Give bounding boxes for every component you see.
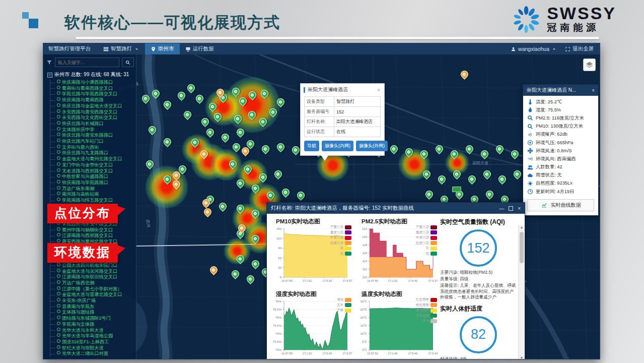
cloud-icon: [527, 172, 533, 178]
tree-item[interactable]: 崇庆北路与金盆地大道交叉口: [50, 103, 134, 109]
tree-item[interactable]: 学苑北路与学苑西路交叉口: [50, 91, 134, 97]
tree-item[interactable]: 晋康南与学苑东: [50, 304, 134, 310]
popup-close-icon[interactable]: ×: [376, 87, 381, 93]
user-menu[interactable]: wangxiaohua: [511, 46, 557, 52]
env-rows: 温度: 25.2℃湿度: 75.5%PM2.5: 116微克/立方米PM10: …: [523, 96, 598, 197]
tree-item[interactable]: 金盆地大道与蜀州北路交叉口: [50, 156, 134, 162]
tree-item[interactable]: 光华大道与羊马湿地公园: [50, 333, 134, 339]
sidebar-search-row: [46, 57, 134, 67]
tree-item[interactable]: 光华大道与永和大道: [50, 328, 134, 334]
search-button[interactable]: [122, 57, 134, 67]
tree-item[interactable]: 蜀州中路与杨柳街交叉口: [50, 227, 134, 233]
realtime-curve-button[interactable]: 实时曲线数据: [527, 199, 594, 211]
person-icon: [511, 46, 516, 52]
tree-item[interactable]: 蜀南街与蜀南西路交叉口: [50, 86, 134, 92]
app-brand: 智慧路灯管理平台: [43, 45, 98, 52]
tree-item[interactable]: 南河路与高铁站南: [50, 192, 134, 198]
tree-item[interactable]: 无名道路与西郊路交叉口: [50, 168, 134, 174]
scroll-up-icon[interactable]: ▲: [520, 225, 524, 230]
tree-item[interactable]: 永安西路与文化西街交叉口: [50, 115, 134, 121]
streetlight-leaf-icon: [57, 233, 60, 236]
scrollbar[interactable]: ▲ ▼: [518, 225, 525, 359]
streetlight-leaf-icon: [57, 339, 60, 343]
tree-item[interactable]: 崇庆北路与九龙路路口: [50, 150, 134, 156]
navigate-button[interactable]: 导航: [304, 141, 319, 151]
humidity-chart: 湿度实时动态图 潮湿正常干燥73%73.5%74%74.5%75%75.5%76…: [268, 287, 352, 359]
env-row-环境噪声: 环境噪声: 62db: [523, 131, 598, 139]
tree-item[interactable]: 崇庆北路汽车站门口: [50, 139, 134, 145]
scroll-down-icon[interactable]: ▼: [520, 355, 524, 359]
tree-item[interactable]: 万达广场东南侧: [50, 186, 134, 192]
env-panel-close-icon[interactable]: ×: [592, 88, 595, 93]
tree-item[interactable]: 崇庆南路与学苑路路口: [50, 180, 134, 186]
streetlight-leaf-icon: [57, 150, 60, 154]
tree-item[interactable]: 崇庆北路与唐安东路路口: [50, 133, 134, 139]
tree-item[interactable]: 世纪大道与崇阳大道: [50, 345, 134, 351]
nav-item-2[interactable]: 崇州市: [145, 43, 180, 54]
tree-item[interactable]: 江源南路与崇双旧线交叉口: [50, 274, 134, 280]
tree-item[interactable]: 龙门中街与金带街交叉口: [50, 162, 134, 168]
tree-item[interactable]: 金盆地大道与滨河路交叉口: [50, 269, 134, 275]
streetlight-leaf-icon: [57, 239, 60, 243]
search-input[interactable]: [55, 57, 119, 67]
svg-text:110: 110: [362, 276, 367, 279]
device-info-table: 设备类型智慧路灯服务器编号152灯杆名称崇阳大道澜峰酒店运行状态在线: [304, 96, 381, 137]
tree-item[interactable]: 永安东-崇庆广场: [50, 298, 134, 304]
gauge-column: 实时空气质量指数 (AQI) 152 主要污染: 细颗粒物(PM2.5)质量等级…: [440, 214, 517, 359]
nav-item-1[interactable]: 智慧路灯: [98, 43, 145, 54]
tree-root[interactable]: −崇州市 总数: 99 在线: 68 离线: 31: [47, 71, 134, 78]
tree-item[interactable]: 光华大道二绕出口对面: [50, 351, 134, 357]
thermometer-icon: [527, 99, 533, 105]
tree-item[interactable]: 文井街与唐六西街: [50, 145, 134, 151]
close-icon[interactable]: ×: [518, 206, 521, 211]
svg-text:75%: 75%: [275, 316, 282, 319]
tree-item[interactable]: 团结路与东城国际2号门: [50, 316, 134, 322]
camera-internal-button[interactable]: 摄像头(内网): [322, 141, 353, 151]
streetlight-leaf-icon: [57, 316, 60, 319]
tree-item[interactable]: 万达广场西北侧: [50, 280, 134, 286]
popup-table-row: 服务器编号152: [305, 107, 381, 117]
minimize-icon[interactable]: —: [499, 206, 504, 211]
chart-legend: 潮湿正常干燥: [337, 297, 351, 313]
logo-brand-text: SWSSY: [547, 5, 616, 21]
tree-item[interactable]: 学苑南与文体路: [50, 322, 134, 328]
maximize-icon[interactable]: [509, 206, 513, 211]
callout-environment-data: 环境数据: [47, 243, 118, 263]
tree-item[interactable]: 崇庆北路与长城路口: [50, 121, 134, 127]
pm10-chart: PM10实时动态图 严重污染重度污染中度污染轻度污染良优030609012015…: [268, 215, 352, 286]
tree-item[interactable]: 文体路崇庆中学: [50, 127, 134, 133]
tree-item[interactable]: 国道318至F1-上林西工: [50, 339, 134, 345]
tree-item[interactable]: 学苑南路与纬五路交叉口: [50, 198, 134, 204]
svg-text:118: 118: [362, 244, 367, 247]
collapse-icon[interactable]: −: [47, 73, 52, 78]
tree-item[interactable]: 崇庆南路与小康西路路口: [50, 80, 134, 86]
svg-text:17:9:37: 17:9:37: [342, 279, 352, 282]
caret-icon: [134, 46, 139, 52]
svg-text:76%: 76%: [275, 300, 282, 303]
map-layers-button[interactable]: [583, 58, 596, 71]
svg-text:30℃: 30℃: [361, 300, 368, 303]
tree-item[interactable]: 文体路与团结路: [50, 310, 134, 316]
env-data-panel: 崇阳大道澜峰酒店 N... × 温度: 25.2℃湿度: 75.5%PM2.5:…: [523, 84, 599, 216]
svg-text:17:1:52: 17:1:52: [303, 279, 312, 282]
nav-item-3[interactable]: 运行数据: [180, 43, 220, 54]
streetlight-leaf-icon: [57, 263, 60, 266]
tree-item[interactable]: 永安西路与唐安西路交叉口: [50, 109, 134, 115]
tree-item[interactable]: 崇庆南路与蜀南西路: [50, 97, 134, 103]
app-window: 智慧路灯管理平台 智慧路灯崇州市运行数据 wangxiaohua 退出全屏 成温…: [43, 43, 600, 359]
streetlight-leaf-icon: [57, 91, 60, 95]
svg-text:17:1:52: 17:1:52: [303, 352, 312, 355]
streetlight-leaf-icon: [57, 174, 60, 177]
svg-text:17:1:52: 17:1:52: [388, 279, 398, 282]
tree-item[interactable]: 江源南路与西郊路交叉口: [50, 233, 134, 239]
tree-item[interactable]: 金盆地大道与晋康北路交叉口: [50, 292, 134, 298]
svg-text:10℃: 10℃: [361, 332, 368, 335]
scroll-thumb[interactable]: [520, 232, 524, 263]
exit-fullscreen-button[interactable]: 退出全屏: [565, 45, 594, 52]
tree-item[interactable]: 江源中路（第七小学斜对面）: [50, 286, 134, 292]
app-navbar: 智慧路灯管理平台 智慧路灯崇州市运行数据 wangxiaohua 退出全屏: [43, 43, 600, 54]
tree-item[interactable]: 中胜世家与兴盛路路口: [50, 174, 134, 180]
svg-text:25℃: 25℃: [361, 308, 368, 311]
tree-item[interactable]: 公园大道四川机电学院门口: [50, 263, 134, 269]
camera-external-button[interactable]: 摄像头(外网): [356, 141, 388, 151]
